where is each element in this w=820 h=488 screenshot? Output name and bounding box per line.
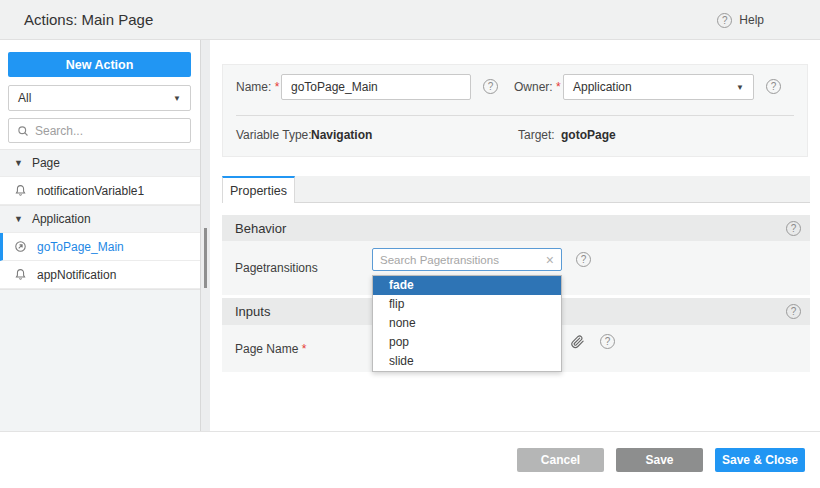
save-button[interactable]: Save [616,448,703,472]
help-icon[interactable]: ? [766,79,781,94]
vertical-scrollbar [200,40,210,431]
help-icon[interactable]: ? [786,304,801,319]
tree-group-page[interactable]: ▼ Page [0,149,200,177]
required-marker: * [556,80,561,94]
tree-item-goToPage_Main[interactable]: goToPage_Main [0,233,200,261]
behavior-title: Behavior [235,221,786,236]
sidebar-search [8,118,191,143]
name-label: Name: * [236,74,279,100]
name-field[interactable] [281,74,471,100]
tree-item-appNotification[interactable]: appNotification [0,261,200,289]
tree-item-label: notificationVariable1 [37,184,144,198]
owner-value: Application [573,80,736,94]
tree-item-label: appNotification [37,268,116,282]
new-action-button[interactable]: New Action [8,52,191,77]
help-link[interactable]: ? Help [717,0,764,40]
notification-icon [14,184,27,197]
pagetransitions-search: × [372,248,562,271]
option-pop[interactable]: pop [373,333,561,352]
sidebar-search-input[interactable] [35,124,182,138]
header-bar: Actions: Main Page ? Help [0,0,820,40]
required-marker: * [275,80,280,94]
tree-item-notificationVariable1[interactable]: notificationVariable1 [0,177,200,205]
expander-down-icon: ▼ [14,158,23,168]
footer-bar: Cancel Save Save & Close [0,431,820,488]
tab-properties[interactable]: Properties [222,176,295,203]
actions-editor-window: Actions: Main Page ? Help New Action All… [0,0,820,488]
tree-item-label: goToPage_Main [37,240,124,254]
option-fade[interactable]: fade [373,276,561,295]
cancel-button[interactable]: Cancel [517,448,604,472]
page-name-label: Page Name * [235,342,306,356]
search-icon [17,125,29,137]
actions-sidebar: New Action All ▼ ▼ Page [0,40,200,431]
filter-select[interactable]: All ▼ [8,85,191,111]
variable-type-value: Navigation [311,125,372,145]
option-slide[interactable]: slide [373,352,561,371]
tree-group-label: Page [32,156,60,170]
target-label: Target: [518,125,555,145]
goto-page-icon [14,240,27,253]
notification-icon [14,268,27,281]
panel-divider [236,115,794,116]
save-and-close-button[interactable]: Save & Close [715,448,805,472]
pagetransitions-label: Pagetransitions [235,261,318,275]
variable-type-label: Variable Type: [236,125,312,145]
expander-down-icon: ▼ [14,214,23,224]
page-title: Actions: Main Page [24,0,153,40]
behavior-section-header: Behavior ? [222,215,810,241]
type-target-row: Variable Type: Navigation Target: gotoPa… [223,125,807,145]
option-none[interactable]: none [373,314,561,333]
pagetransitions-dropdown: fade flip none pop slide [372,275,562,372]
owner-select[interactable]: Application ▼ [563,74,754,100]
help-icon[interactable]: ? [483,79,498,94]
clear-icon[interactable]: × [546,253,554,267]
option-flip[interactable]: flip [373,295,561,314]
tree-group-application[interactable]: ▼ Application [0,205,200,233]
required-marker: * [302,342,307,356]
chevron-down-icon: ▼ [736,83,744,92]
help-icon[interactable]: ? [576,252,591,267]
scrollbar-thumb[interactable] [204,228,207,288]
help-label: Help [739,13,764,27]
actions-tree: ▼ Page notificationVariable1 ▼ Applicati… [0,149,200,289]
help-icon[interactable]: ? [786,221,801,236]
target-value: gotoPage [561,125,616,145]
tab-bar: Properties [222,176,810,203]
help-icon: ? [717,13,732,28]
owner-label: Owner: * [514,74,561,100]
name-owner-row: Name: * ? Owner: * Application ▼ ? [223,74,807,100]
sidebar-filler [0,289,200,431]
action-detail-pane: Name: * ? Owner: * Application ▼ ? Varia… [210,40,820,431]
help-icon[interactable]: ? [600,334,615,349]
pagetransitions-search-input[interactable] [380,254,546,266]
filter-value: All [18,91,173,105]
action-summary-panel: Name: * ? Owner: * Application ▼ ? Varia… [222,64,808,157]
chevron-down-icon: ▼ [173,94,181,103]
tree-group-label: Application [32,212,91,226]
link-icon[interactable] [570,334,585,349]
